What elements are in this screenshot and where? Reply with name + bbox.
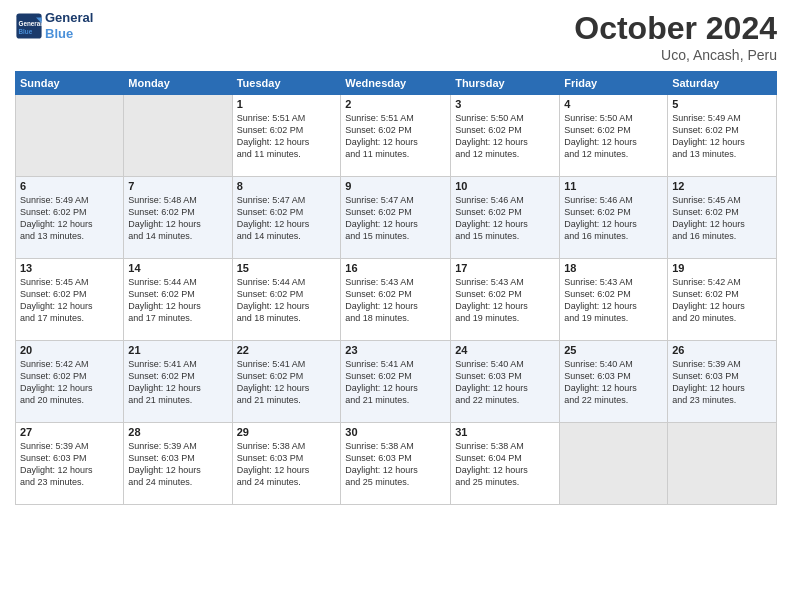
day-cell: 6Sunrise: 5:49 AMSunset: 6:02 PMDaylight… xyxy=(16,177,124,259)
header: General Blue General Blue October 2024 U… xyxy=(15,10,777,63)
week-row-2: 13Sunrise: 5:45 AMSunset: 6:02 PMDayligh… xyxy=(16,259,777,341)
day-number: 9 xyxy=(345,180,446,192)
day-cell: 2Sunrise: 5:51 AMSunset: 6:02 PMDaylight… xyxy=(341,95,451,177)
day-number: 6 xyxy=(20,180,119,192)
day-cell: 12Sunrise: 5:45 AMSunset: 6:02 PMDayligh… xyxy=(668,177,777,259)
week-row-0: 1Sunrise: 5:51 AMSunset: 6:02 PMDaylight… xyxy=(16,95,777,177)
day-number: 19 xyxy=(672,262,772,274)
header-saturday: Saturday xyxy=(668,72,777,95)
day-number: 26 xyxy=(672,344,772,356)
day-number: 3 xyxy=(455,98,555,110)
day-number: 14 xyxy=(128,262,227,274)
subtitle: Uco, Ancash, Peru xyxy=(574,47,777,63)
header-wednesday: Wednesday xyxy=(341,72,451,95)
day-cell: 20Sunrise: 5:42 AMSunset: 6:02 PMDayligh… xyxy=(16,341,124,423)
day-cell: 14Sunrise: 5:44 AMSunset: 6:02 PMDayligh… xyxy=(124,259,232,341)
calendar-header-row: SundayMondayTuesdayWednesdayThursdayFrid… xyxy=(16,72,777,95)
day-number: 5 xyxy=(672,98,772,110)
day-number: 23 xyxy=(345,344,446,356)
day-number: 30 xyxy=(345,426,446,438)
day-cell: 4Sunrise: 5:50 AMSunset: 6:02 PMDaylight… xyxy=(560,95,668,177)
day-cell: 23Sunrise: 5:41 AMSunset: 6:02 PMDayligh… xyxy=(341,341,451,423)
day-detail: Sunrise: 5:45 AMSunset: 6:02 PMDaylight:… xyxy=(20,276,119,325)
day-detail: Sunrise: 5:40 AMSunset: 6:03 PMDaylight:… xyxy=(455,358,555,407)
day-detail: Sunrise: 5:49 AMSunset: 6:02 PMDaylight:… xyxy=(20,194,119,243)
day-number: 24 xyxy=(455,344,555,356)
day-detail: Sunrise: 5:40 AMSunset: 6:03 PMDaylight:… xyxy=(564,358,663,407)
day-number: 11 xyxy=(564,180,663,192)
day-detail: Sunrise: 5:46 AMSunset: 6:02 PMDaylight:… xyxy=(564,194,663,243)
day-detail: Sunrise: 5:39 AMSunset: 6:03 PMDaylight:… xyxy=(128,440,227,489)
day-number: 12 xyxy=(672,180,772,192)
week-row-4: 27Sunrise: 5:39 AMSunset: 6:03 PMDayligh… xyxy=(16,423,777,505)
day-detail: Sunrise: 5:44 AMSunset: 6:02 PMDaylight:… xyxy=(237,276,337,325)
day-cell: 21Sunrise: 5:41 AMSunset: 6:02 PMDayligh… xyxy=(124,341,232,423)
day-number: 18 xyxy=(564,262,663,274)
day-detail: Sunrise: 5:39 AMSunset: 6:03 PMDaylight:… xyxy=(20,440,119,489)
logo-line1: General xyxy=(45,10,93,26)
day-detail: Sunrise: 5:38 AMSunset: 6:04 PMDaylight:… xyxy=(455,440,555,489)
day-cell: 24Sunrise: 5:40 AMSunset: 6:03 PMDayligh… xyxy=(451,341,560,423)
svg-text:General: General xyxy=(19,20,43,27)
day-number: 20 xyxy=(20,344,119,356)
header-monday: Monday xyxy=(124,72,232,95)
day-detail: Sunrise: 5:44 AMSunset: 6:02 PMDaylight:… xyxy=(128,276,227,325)
day-detail: Sunrise: 5:51 AMSunset: 6:02 PMDaylight:… xyxy=(237,112,337,161)
day-cell xyxy=(16,95,124,177)
day-number: 16 xyxy=(345,262,446,274)
day-cell: 7Sunrise: 5:48 AMSunset: 6:02 PMDaylight… xyxy=(124,177,232,259)
header-thursday: Thursday xyxy=(451,72,560,95)
day-number: 15 xyxy=(237,262,337,274)
day-number: 4 xyxy=(564,98,663,110)
day-number: 25 xyxy=(564,344,663,356)
week-row-1: 6Sunrise: 5:49 AMSunset: 6:02 PMDaylight… xyxy=(16,177,777,259)
day-cell: 27Sunrise: 5:39 AMSunset: 6:03 PMDayligh… xyxy=(16,423,124,505)
day-detail: Sunrise: 5:50 AMSunset: 6:02 PMDaylight:… xyxy=(455,112,555,161)
header-tuesday: Tuesday xyxy=(232,72,341,95)
day-cell: 10Sunrise: 5:46 AMSunset: 6:02 PMDayligh… xyxy=(451,177,560,259)
day-cell: 3Sunrise: 5:50 AMSunset: 6:02 PMDaylight… xyxy=(451,95,560,177)
day-detail: Sunrise: 5:41 AMSunset: 6:02 PMDaylight:… xyxy=(237,358,337,407)
day-detail: Sunrise: 5:46 AMSunset: 6:02 PMDaylight:… xyxy=(455,194,555,243)
day-detail: Sunrise: 5:45 AMSunset: 6:02 PMDaylight:… xyxy=(672,194,772,243)
calendar-table: SundayMondayTuesdayWednesdayThursdayFrid… xyxy=(15,71,777,505)
day-detail: Sunrise: 5:48 AMSunset: 6:02 PMDaylight:… xyxy=(128,194,227,243)
day-number: 21 xyxy=(128,344,227,356)
day-detail: Sunrise: 5:43 AMSunset: 6:02 PMDaylight:… xyxy=(564,276,663,325)
logo-icon: General Blue xyxy=(15,12,43,40)
title-section: October 2024 Uco, Ancash, Peru xyxy=(574,10,777,63)
week-row-3: 20Sunrise: 5:42 AMSunset: 6:02 PMDayligh… xyxy=(16,341,777,423)
day-cell: 15Sunrise: 5:44 AMSunset: 6:02 PMDayligh… xyxy=(232,259,341,341)
day-number: 7 xyxy=(128,180,227,192)
day-cell: 28Sunrise: 5:39 AMSunset: 6:03 PMDayligh… xyxy=(124,423,232,505)
day-number: 17 xyxy=(455,262,555,274)
day-cell: 9Sunrise: 5:47 AMSunset: 6:02 PMDaylight… xyxy=(341,177,451,259)
day-number: 28 xyxy=(128,426,227,438)
day-cell: 17Sunrise: 5:43 AMSunset: 6:02 PMDayligh… xyxy=(451,259,560,341)
day-detail: Sunrise: 5:51 AMSunset: 6:02 PMDaylight:… xyxy=(345,112,446,161)
day-detail: Sunrise: 5:47 AMSunset: 6:02 PMDaylight:… xyxy=(345,194,446,243)
day-detail: Sunrise: 5:43 AMSunset: 6:02 PMDaylight:… xyxy=(345,276,446,325)
day-cell: 18Sunrise: 5:43 AMSunset: 6:02 PMDayligh… xyxy=(560,259,668,341)
logo-line2: Blue xyxy=(45,26,93,42)
header-friday: Friday xyxy=(560,72,668,95)
day-detail: Sunrise: 5:38 AMSunset: 6:03 PMDaylight:… xyxy=(237,440,337,489)
day-detail: Sunrise: 5:41 AMSunset: 6:02 PMDaylight:… xyxy=(345,358,446,407)
day-detail: Sunrise: 5:43 AMSunset: 6:02 PMDaylight:… xyxy=(455,276,555,325)
day-detail: Sunrise: 5:50 AMSunset: 6:02 PMDaylight:… xyxy=(564,112,663,161)
day-cell: 29Sunrise: 5:38 AMSunset: 6:03 PMDayligh… xyxy=(232,423,341,505)
day-detail: Sunrise: 5:49 AMSunset: 6:02 PMDaylight:… xyxy=(672,112,772,161)
day-number: 29 xyxy=(237,426,337,438)
day-detail: Sunrise: 5:42 AMSunset: 6:02 PMDaylight:… xyxy=(672,276,772,325)
day-number: 10 xyxy=(455,180,555,192)
page: General Blue General Blue October 2024 U… xyxy=(0,0,792,612)
day-cell xyxy=(668,423,777,505)
logo: General Blue General Blue xyxy=(15,10,93,41)
day-cell: 8Sunrise: 5:47 AMSunset: 6:02 PMDaylight… xyxy=(232,177,341,259)
day-cell: 11Sunrise: 5:46 AMSunset: 6:02 PMDayligh… xyxy=(560,177,668,259)
header-sunday: Sunday xyxy=(16,72,124,95)
day-number: 22 xyxy=(237,344,337,356)
day-cell: 31Sunrise: 5:38 AMSunset: 6:04 PMDayligh… xyxy=(451,423,560,505)
day-detail: Sunrise: 5:47 AMSunset: 6:02 PMDaylight:… xyxy=(237,194,337,243)
day-cell: 30Sunrise: 5:38 AMSunset: 6:03 PMDayligh… xyxy=(341,423,451,505)
